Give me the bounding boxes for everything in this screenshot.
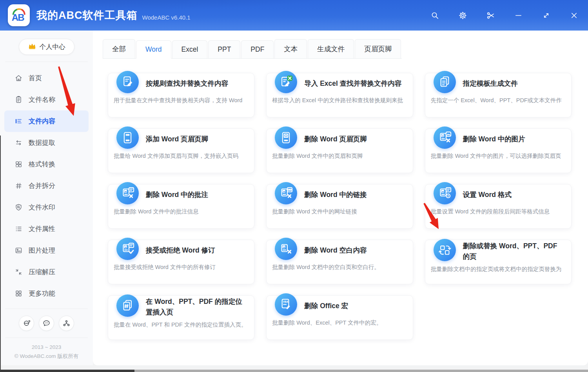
- wdoc-image-x-icon: w: [434, 126, 456, 149]
- watermark-icon: [15, 203, 23, 211]
- close-button[interactable]: [569, 11, 579, 20]
- ab-logo-icon: AB: [10, 6, 28, 24]
- wdoc-comment-x-icon: w: [116, 182, 139, 204]
- main-panel: 全部WordExcelPPTPDF文本生成文件页眉页脚 按规则查找并替换文件内容…: [93, 31, 588, 365]
- doc-pencil-icon: [116, 71, 139, 93]
- tab-Word[interactable]: Word: [136, 40, 171, 59]
- svg-text:w: w: [283, 190, 285, 193]
- tab-Excel[interactable]: Excel: [172, 40, 208, 58]
- tab-生成文件[interactable]: 生成文件: [308, 39, 354, 58]
- sidebar-item-file-props[interactable]: 文件属性: [4, 218, 89, 240]
- card-description: 用于批量在文件中查找并替换相关内容，支持 Word: [114, 97, 249, 104]
- card-title: 删除 Word 中的链接: [304, 186, 367, 200]
- file-props-icon: [15, 225, 23, 233]
- vba-brush-icon: VBA: [275, 293, 297, 316]
- card-title: 删除 Word 中的批注: [146, 186, 208, 200]
- card-description: 批量在 Word、PPT 和 PDF 文件的指定位置插入页。: [114, 321, 249, 329]
- svg-text:w: w: [124, 246, 127, 248]
- feature-card[interactable]: 删除 Word 页眉页脚批量删除 Word 文件中的页眉和页脚: [266, 128, 413, 173]
- tab-文本[interactable]: 文本: [274, 39, 307, 58]
- sidebar-item-label: 图片处理: [29, 246, 55, 255]
- feature-card[interactable]: 按规则查找并替换文件内容用于批量在文件中查找并替换相关内容，支持 Word: [108, 73, 254, 117]
- scissors-button[interactable]: [486, 11, 495, 20]
- settings-icon: [458, 11, 467, 20]
- sidebar-item-label: 首页: [29, 74, 42, 83]
- feature-cards-grid: 按规则查找并替换文件内容用于批量在文件中查找并替换相关内容，支持 Word导入 …: [108, 73, 572, 340]
- page-header-footer-x-icon: [275, 126, 297, 149]
- sidebar-item-label: 文件属性: [29, 224, 55, 233]
- card-title: 指定模板生成文件: [463, 75, 518, 89]
- feature-card[interactable]: w删除 Word 中的链接批量删除 Word 文件中的网址链接: [266, 184, 413, 229]
- feature-card[interactable]: w删除 Word 中的图片批量删除 Word 文件中的图片，可以选择删除页眉页: [425, 128, 572, 173]
- feature-card[interactable]: 在 Word、PPT、PDF 的指定位置插入页批量在 Word、PPT 和 PD…: [108, 295, 254, 340]
- card-description: 批量设置 Word 文件的段前段后间距等格式信息: [431, 208, 566, 215]
- pages-hash-icon: [116, 294, 139, 317]
- sidebar-item-merge-split[interactable]: 合并拆分: [4, 175, 89, 197]
- card-title: 删除 Office 宏: [304, 298, 348, 311]
- wdoc-check-icon: w: [116, 238, 139, 260]
- horizontal-scrollbar-thumb[interactable]: [0, 370, 134, 372]
- card-title: 设置 Word 格式: [463, 186, 512, 200]
- sidebar-item-data-extract[interactable]: 数据提取: [4, 132, 89, 153]
- svg-text:VBA: VBA: [283, 300, 289, 303]
- sidebar-item-file-name[interactable]: 文件名称: [4, 89, 89, 110]
- app-title: 我的ABC软件工具箱: [36, 8, 138, 22]
- sidebar-item-watermark[interactable]: 文件水印: [4, 197, 89, 218]
- scissors-icon: [486, 11, 495, 20]
- app-logo: AB: [8, 4, 30, 26]
- wdoc-link-x-icon: w: [275, 182, 297, 204]
- feature-card[interactable]: 指定模板生成文件先指定一个 Excel、Word、PPT、PDF或文本文件作: [425, 73, 572, 117]
- minimize-button[interactable]: [514, 11, 523, 20]
- svg-text:w: w: [124, 190, 127, 193]
- feedback-chat-button[interactable]: [39, 316, 54, 331]
- tab-PDF[interactable]: PDF: [241, 40, 274, 58]
- card-title: 删除或替换 Word、PPT、PDF 的页: [463, 238, 566, 262]
- personal-center-button[interactable]: 个人中心: [19, 39, 74, 55]
- card-title: 导入 Excel 查找并替换文件内容: [304, 75, 401, 89]
- card-description: 批量删除文档中的指定页或将文档中的指定页替换为: [431, 265, 566, 273]
- card-replace-pages[interactable]: 删除或替换 Word、PPT、PDF 的页批量删除文档中的指定页或将文档中的指定…: [425, 240, 572, 284]
- horizontal-scrollbar[interactable]: [0, 370, 588, 372]
- tab-PPT[interactable]: PPT: [208, 40, 240, 58]
- card-title: 删除 Word 中的图片: [463, 131, 525, 144]
- file-content-icon: [15, 117, 23, 125]
- doc-pencil-excel-icon: [275, 71, 297, 93]
- feature-card[interactable]: VBA删除 Office 宏批量删除 Word、Excel、PPT 文件中的宏。: [266, 295, 413, 340]
- sidebar-item-label: 数据提取: [29, 138, 55, 147]
- feature-card[interactable]: w删除 Word 中的批注批量删除 Word 文件中的批注信息: [108, 184, 254, 229]
- minimize-icon: [514, 11, 523, 20]
- browser-button[interactable]: [19, 316, 34, 331]
- sidebar-item-format-convert[interactable]: 格式转换: [4, 153, 89, 175]
- search-button[interactable]: [430, 11, 439, 20]
- sidebar-item-image-process[interactable]: 图片处理: [4, 240, 89, 261]
- sidebar-item-label: 压缩解压: [29, 267, 55, 276]
- tab-页眉页脚[interactable]: 页眉页脚: [355, 39, 401, 58]
- feature-card[interactable]: w设置 Word 格式批量设置 Word 文件的段前段后间距等格式信息: [425, 184, 572, 229]
- home-icon: [15, 74, 23, 82]
- app-version: WodeABC v6.40.1: [142, 10, 191, 21]
- sidebar-item-file-content[interactable]: 文件内容: [4, 110, 89, 132]
- share-button[interactable]: [59, 316, 74, 331]
- browser-icon: [22, 319, 31, 327]
- sidebar-item-home[interactable]: 首页: [4, 67, 89, 89]
- card-title: 在 Word、PPT、PDF 的指定位置插入页: [146, 293, 249, 318]
- sidebar-item-compress[interactable]: 压缩解压: [4, 261, 89, 283]
- sidebar-item-more-features[interactable]: 更多功能: [4, 283, 89, 304]
- feature-card[interactable]: 导入 Excel 查找并替换文件内容根据导入的 Excel 中的文件路径和查找替…: [266, 73, 413, 117]
- sidebar-item-label: 文件名称: [29, 95, 55, 104]
- sidebar-item-label: 更多功能: [29, 289, 55, 298]
- sidebar-nav: 首页文件名称文件内容数据提取格式转换合并拆分文件水印文件属性图片处理压缩解压更多…: [0, 62, 93, 304]
- card-title: 添加 Word 页眉页脚: [146, 131, 208, 144]
- resize-icon: [542, 11, 551, 20]
- feature-card[interactable]: 添加 Word 页眉页脚批量给 Word 文件添加页眉与页脚，支持嵌入页码: [108, 128, 254, 173]
- feature-card[interactable]: w删除 Word 空白内容批量删除 Word 文档中的空白页和空白行。: [266, 240, 413, 284]
- card-description: 批量删除 Word、Excel、PPT 文件中的宏。: [272, 319, 407, 327]
- search-icon: [430, 11, 439, 20]
- settings-button[interactable]: [458, 11, 467, 20]
- resize-button[interactable]: [541, 11, 551, 20]
- sidebar-footer: 2013 ~ 2023 © WodeABC.com 版权所有: [0, 309, 93, 365]
- feature-card[interactable]: w接受或拒绝 Word 修订批量接受或拒绝 Word 文件中的所有修订: [108, 240, 254, 284]
- tab-全部[interactable]: 全部: [103, 39, 135, 58]
- docs-stack-icon: [434, 71, 456, 93]
- personal-center-label: 个人中心: [40, 43, 65, 51]
